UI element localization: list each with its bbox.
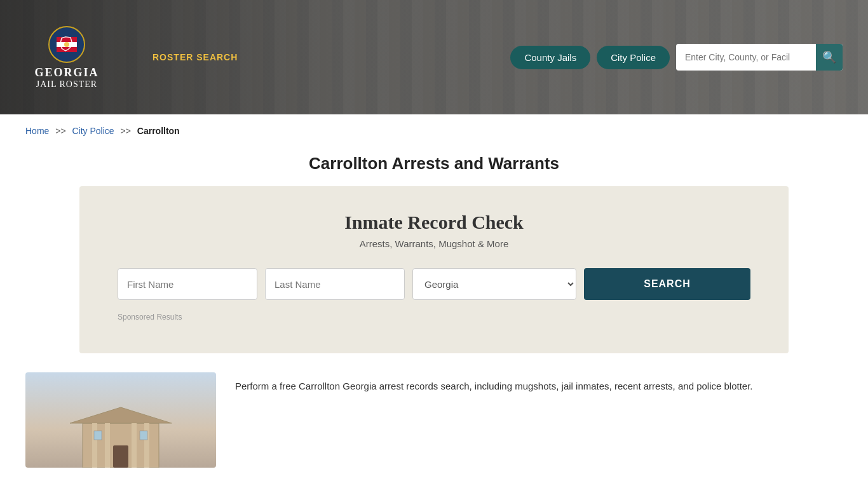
svg-rect-10 [92, 423, 97, 468]
svg-rect-12 [132, 423, 137, 468]
svg-rect-16 [140, 431, 147, 440]
svg-rect-15 [94, 431, 102, 440]
site-header: GEORGIA JAIL ROSTER ROSTER SEARCH County… [0, 0, 868, 114]
logo-georgia: GEORGIA [34, 66, 98, 79]
header-search-input[interactable] [676, 52, 816, 62]
header-search-bar: 🔍 [676, 44, 843, 71]
breadcrumb-sep2: >> [121, 126, 131, 136]
state-select[interactable]: Georgia Alabama Florida Tennessee South … [412, 268, 576, 300]
breadcrumb-current: Carrollton [137, 126, 180, 136]
georgia-seal-icon [48, 25, 86, 64]
svg-rect-11 [105, 423, 110, 468]
site-logo: GEORGIA JAIL ROSTER [25, 25, 108, 90]
logo-jail-roster: JAIL ROSTER [36, 79, 97, 90]
breadcrumb-home-link[interactable]: Home [25, 126, 49, 136]
city-police-button[interactable]: City Police [597, 46, 670, 69]
bottom-section: Perform a free Carrollton Georgia arrest… [0, 353, 868, 487]
record-check-form: Georgia Alabama Florida Tennessee South … [118, 268, 750, 300]
breadcrumb-sep1: >> [55, 126, 65, 136]
record-check-subtitle: Arrests, Warrants, Mugshot & More [118, 238, 750, 249]
roster-search-link[interactable]: ROSTER SEARCH [153, 52, 238, 62]
svg-point-6 [64, 42, 69, 47]
svg-rect-13 [144, 423, 149, 468]
svg-rect-14 [113, 445, 128, 468]
first-name-input[interactable] [118, 268, 257, 300]
building-svg [64, 404, 178, 468]
record-check-title: Inmate Record Check [118, 212, 750, 233]
county-jails-button[interactable]: County Jails [510, 46, 590, 69]
inmate-record-section: Inmate Record Check Arrests, Warrants, M… [79, 186, 789, 353]
breadcrumb-city-police-link[interactable]: City Police [72, 126, 114, 136]
header-search-button[interactable]: 🔍 [816, 44, 843, 71]
last-name-input[interactable] [265, 268, 405, 300]
record-search-button[interactable]: SEARCH [584, 268, 750, 300]
page-title: Carrollton Arrests and Warrants [0, 154, 868, 173]
svg-rect-4 [57, 47, 77, 52]
sponsored-label: Sponsored Results [118, 313, 750, 322]
building-image [25, 372, 216, 468]
breadcrumb: Home >> City Police >> Carrollton [0, 114, 868, 147]
header-nav-right: County Jails City Police 🔍 [510, 44, 843, 71]
bottom-description: Perform a free Carrollton Georgia arrest… [235, 372, 753, 394]
svg-rect-2 [57, 37, 77, 42]
